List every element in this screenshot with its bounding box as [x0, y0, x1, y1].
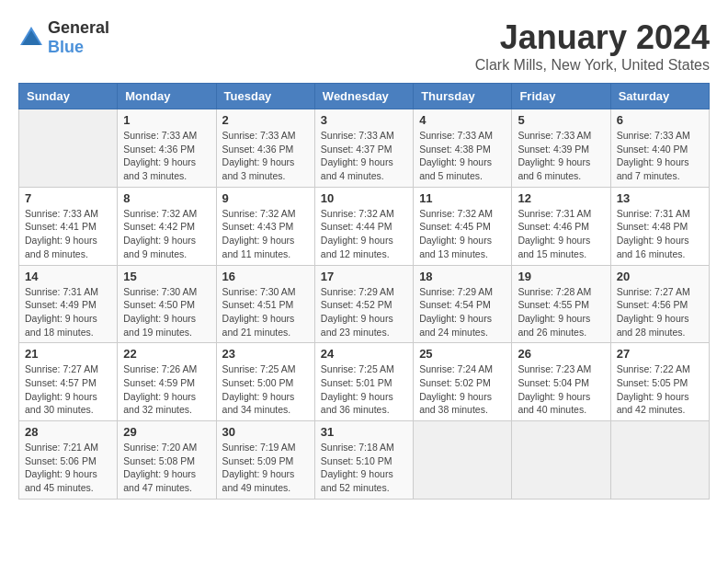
- logo-text-blue: Blue: [48, 38, 84, 56]
- calendar-cell: 16Sunrise: 7:30 AM Sunset: 4:51 PM Dayli…: [216, 265, 314, 343]
- day-number: 1: [123, 113, 210, 127]
- day-info: Sunrise: 7:32 AM Sunset: 4:43 PM Dayligh…: [222, 207, 309, 261]
- calendar-table: SundayMondayTuesdayWednesdayThursdayFrid…: [18, 83, 710, 500]
- day-info: Sunrise: 7:30 AM Sunset: 4:51 PM Dayligh…: [222, 285, 309, 339]
- day-info: Sunrise: 7:32 AM Sunset: 4:44 PM Dayligh…: [321, 207, 407, 261]
- day-number: 16: [222, 270, 309, 283]
- header-cell-saturday: Saturday: [610, 84, 709, 109]
- day-number: 3: [321, 113, 407, 127]
- day-info: Sunrise: 7:33 AM Sunset: 4:36 PM Dayligh…: [222, 129, 309, 183]
- day-info: Sunrise: 7:27 AM Sunset: 4:57 PM Dayligh…: [25, 362, 111, 417]
- day-info: Sunrise: 7:24 AM Sunset: 5:02 PM Dayligh…: [419, 362, 506, 417]
- day-info: Sunrise: 7:33 AM Sunset: 4:39 PM Dayligh…: [518, 129, 604, 183]
- month-title: January 2024: [475, 18, 710, 57]
- day-info: Sunrise: 7:21 AM Sunset: 5:06 PM Dayligh…: [25, 441, 111, 495]
- day-number: 2: [222, 113, 309, 127]
- calendar-cell: 13Sunrise: 7:31 AM Sunset: 4:48 PM Dayli…: [610, 187, 709, 265]
- calendar-cell: 21Sunrise: 7:27 AM Sunset: 4:57 PM Dayli…: [19, 343, 118, 421]
- calendar-week-4: 28Sunrise: 7:21 AM Sunset: 5:06 PM Dayli…: [19, 421, 710, 500]
- calendar-cell: 1Sunrise: 7:33 AM Sunset: 4:36 PM Daylig…: [118, 109, 216, 188]
- day-number: 23: [222, 347, 309, 361]
- day-number: 20: [617, 270, 703, 283]
- day-number: 15: [123, 270, 210, 283]
- day-info: Sunrise: 7:30 AM Sunset: 4:50 PM Dayligh…: [123, 285, 210, 339]
- header-cell-tuesday: Tuesday: [216, 84, 314, 109]
- day-number: 10: [321, 191, 407, 205]
- calendar-cell: 25Sunrise: 7:24 AM Sunset: 5:02 PM Dayli…: [414, 343, 512, 421]
- calendar-cell: 10Sunrise: 7:32 AM Sunset: 4:44 PM Dayli…: [314, 187, 413, 265]
- day-number: 8: [123, 191, 210, 205]
- day-info: Sunrise: 7:25 AM Sunset: 5:00 PM Dayligh…: [222, 362, 309, 417]
- logo: General Blue: [18, 18, 109, 57]
- title-area: January 2024 Clark Mills, New York, Unit…: [475, 18, 710, 74]
- day-info: Sunrise: 7:29 AM Sunset: 4:54 PM Dayligh…: [419, 285, 506, 339]
- calendar-cell: 29Sunrise: 7:20 AM Sunset: 5:08 PM Dayli…: [118, 421, 216, 500]
- day-number: 17: [321, 270, 407, 283]
- day-number: 9: [222, 191, 309, 205]
- calendar-cell: 14Sunrise: 7:31 AM Sunset: 4:49 PM Dayli…: [19, 265, 118, 343]
- day-number: 30: [222, 425, 309, 439]
- calendar-cell: 30Sunrise: 7:19 AM Sunset: 5:09 PM Dayli…: [216, 421, 314, 500]
- calendar-cell: 6Sunrise: 7:33 AM Sunset: 4:40 PM Daylig…: [610, 109, 709, 188]
- day-info: Sunrise: 7:18 AM Sunset: 5:10 PM Dayligh…: [321, 441, 407, 495]
- day-number: 28: [25, 425, 111, 439]
- header-cell-thursday: Thursday: [414, 84, 512, 109]
- day-number: 27: [617, 347, 703, 361]
- calendar-cell: 22Sunrise: 7:26 AM Sunset: 4:59 PM Dayli…: [118, 343, 216, 421]
- calendar-cell: 31Sunrise: 7:18 AM Sunset: 5:10 PM Dayli…: [314, 421, 413, 500]
- calendar-cell: 24Sunrise: 7:25 AM Sunset: 5:01 PM Dayli…: [314, 343, 413, 421]
- day-info: Sunrise: 7:25 AM Sunset: 5:01 PM Dayligh…: [321, 362, 407, 417]
- day-info: Sunrise: 7:33 AM Sunset: 4:40 PM Dayligh…: [617, 129, 703, 183]
- day-number: 18: [419, 270, 506, 283]
- day-info: Sunrise: 7:33 AM Sunset: 4:41 PM Dayligh…: [25, 207, 111, 261]
- header-cell-sunday: Sunday: [19, 84, 118, 109]
- calendar-cell: 17Sunrise: 7:29 AM Sunset: 4:52 PM Dayli…: [314, 265, 413, 343]
- calendar-cell: [512, 421, 610, 500]
- day-number: 29: [123, 425, 210, 439]
- day-info: Sunrise: 7:28 AM Sunset: 4:55 PM Dayligh…: [518, 285, 604, 339]
- calendar-week-3: 21Sunrise: 7:27 AM Sunset: 4:57 PM Dayli…: [19, 343, 710, 421]
- day-number: 11: [419, 191, 506, 205]
- calendar-cell: 26Sunrise: 7:23 AM Sunset: 5:04 PM Dayli…: [512, 343, 610, 421]
- calendar-week-2: 14Sunrise: 7:31 AM Sunset: 4:49 PM Dayli…: [19, 265, 710, 343]
- header-cell-wednesday: Wednesday: [314, 84, 413, 109]
- calendar-cell: 3Sunrise: 7:33 AM Sunset: 4:37 PM Daylig…: [314, 109, 413, 188]
- day-number: 19: [518, 270, 604, 283]
- day-number: 13: [617, 191, 703, 205]
- location-title: Clark Mills, New York, United States: [475, 57, 710, 74]
- calendar-cell: 18Sunrise: 7:29 AM Sunset: 4:54 PM Dayli…: [414, 265, 512, 343]
- calendar-cell: 19Sunrise: 7:28 AM Sunset: 4:55 PM Dayli…: [512, 265, 610, 343]
- day-number: 7: [25, 191, 111, 205]
- day-info: Sunrise: 7:33 AM Sunset: 4:37 PM Dayligh…: [321, 129, 407, 183]
- header-cell-friday: Friday: [512, 84, 610, 109]
- calendar-header-row: SundayMondayTuesdayWednesdayThursdayFrid…: [19, 84, 710, 109]
- calendar-cell: [414, 421, 512, 500]
- calendar-cell: 8Sunrise: 7:32 AM Sunset: 4:42 PM Daylig…: [118, 187, 216, 265]
- day-number: 5: [518, 113, 604, 127]
- day-number: 21: [25, 347, 111, 361]
- calendar-cell: 4Sunrise: 7:33 AM Sunset: 4:38 PM Daylig…: [414, 109, 512, 188]
- calendar-cell: 2Sunrise: 7:33 AM Sunset: 4:36 PM Daylig…: [216, 109, 314, 188]
- calendar-cell: 27Sunrise: 7:22 AM Sunset: 5:05 PM Dayli…: [610, 343, 709, 421]
- day-number: 24: [321, 347, 407, 361]
- day-info: Sunrise: 7:27 AM Sunset: 4:56 PM Dayligh…: [617, 285, 703, 339]
- day-number: 31: [321, 425, 407, 439]
- day-number: 6: [617, 113, 703, 127]
- day-info: Sunrise: 7:33 AM Sunset: 4:36 PM Dayligh…: [123, 129, 210, 183]
- day-info: Sunrise: 7:20 AM Sunset: 5:08 PM Dayligh…: [123, 441, 210, 495]
- day-number: 12: [518, 191, 604, 205]
- day-info: Sunrise: 7:31 AM Sunset: 4:46 PM Dayligh…: [518, 207, 604, 261]
- calendar-week-1: 7Sunrise: 7:33 AM Sunset: 4:41 PM Daylig…: [19, 187, 710, 265]
- calendar-cell: 15Sunrise: 7:30 AM Sunset: 4:50 PM Dayli…: [118, 265, 216, 343]
- calendar-cell: [19, 109, 118, 188]
- day-number: 25: [419, 347, 506, 361]
- calendar-cell: 23Sunrise: 7:25 AM Sunset: 5:00 PM Dayli…: [216, 343, 314, 421]
- day-number: 22: [123, 347, 210, 361]
- day-number: 4: [419, 113, 506, 127]
- day-number: 14: [25, 270, 111, 283]
- page-header: General Blue January 2024 Clark Mills, N…: [18, 18, 710, 74]
- day-info: Sunrise: 7:29 AM Sunset: 4:52 PM Dayligh…: [321, 285, 407, 339]
- calendar-week-0: 1Sunrise: 7:33 AM Sunset: 4:36 PM Daylig…: [19, 109, 710, 188]
- day-info: Sunrise: 7:22 AM Sunset: 5:05 PM Dayligh…: [617, 362, 703, 417]
- calendar-cell: [610, 421, 709, 500]
